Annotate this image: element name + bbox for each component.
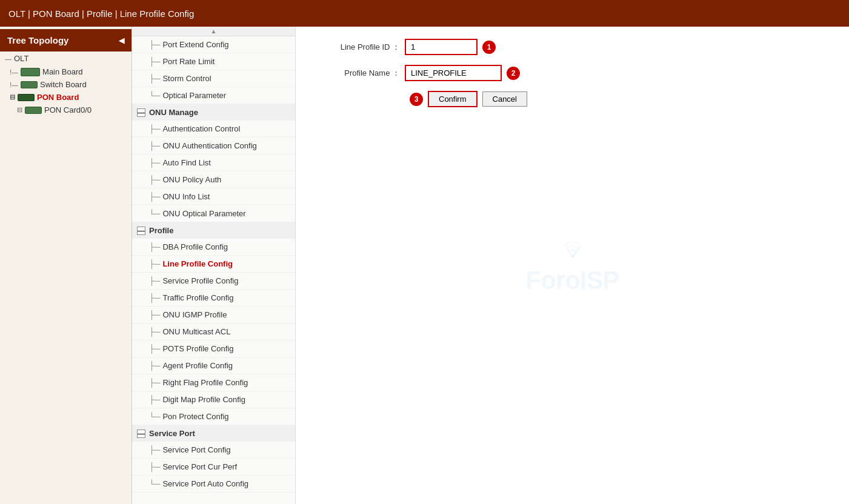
profile-collapse-icon: — — [137, 227, 145, 235]
sidebar-item-pon-board[interactable]: ⊟ PON Board — [0, 91, 132, 104]
nav-label-service-port-cur-perf: Service Port Cur Perf — [162, 462, 237, 471]
nav-item-onu-optical-parameter[interactable]: └─ ONU Optical Parameter — [132, 205, 295, 222]
pon-card-label: PON Card0/0 — [44, 105, 92, 114]
header: OLT | PON Board | Profile | Line Profile… — [0, 0, 849, 27]
sidebar-collapse-icon[interactable]: ◀ — [119, 36, 124, 45]
nav-label-traffic-profile-config: Traffic Profile Config — [162, 293, 233, 302]
nav-label-onu-info-list: ONU Info List — [162, 192, 210, 201]
sidebar-item-main-board[interactable]: !— Main Board — [0, 65, 132, 78]
nav-item-traffic-profile-config[interactable]: ├─ Traffic Profile Config — [132, 290, 295, 307]
main-board-icon — [21, 68, 40, 76]
nav-item-storm-control[interactable]: ├─ Storm Control — [132, 70, 295, 87]
nav-item-agent-profile-config[interactable]: ├─ Agent Profile Config — [132, 357, 295, 374]
nav-item-onu-auth-config[interactable]: ├─ ONU Authentication Config — [132, 138, 295, 154]
scroll-up-icon: ▲ — [211, 28, 217, 35]
nav-item-dba-profile-config[interactable]: ├─ DBA Profile Config — [132, 239, 295, 256]
switch-board-icon — [21, 81, 38, 88]
service-port-collapse-icon: — — [137, 429, 145, 438]
connector-icon: !— — [10, 68, 18, 76]
nav-section-onu-manage[interactable]: — ONU Manage — [132, 104, 295, 121]
pon-card-expand-icon: ⊟ — [17, 106, 22, 114]
line-profile-id-input[interactable] — [405, 39, 478, 55]
line-profile-id-row: Line Profile ID ： 1 — [308, 39, 837, 55]
nav-item-authentication-control[interactable]: ├─ Authentication Control — [132, 121, 295, 138]
nav-item-port-extend-config[interactable]: ├─ Port Extend Config — [132, 36, 295, 53]
line-profile-id-input-wrapper: 1 — [405, 39, 496, 55]
sidebar-item-pon-card[interactable]: ⊟ PON Card0/0 — [0, 104, 132, 116]
nav-label-optical-parameter: Optical Parameter — [162, 91, 226, 100]
nav-label-pon-protect-config: Pon Protect Config — [162, 412, 228, 421]
nav-label-onu-optical-parameter: ONU Optical Parameter — [162, 209, 245, 218]
nav-label-right-flag-profile-config: Right Flag Profile Config — [162, 378, 248, 387]
nav-item-pots-profile-config[interactable]: ├─ POTS Profile Config — [132, 340, 295, 357]
sidebar-item-olt[interactable]: — OLT — [0, 51, 132, 65]
sidebar: Tree Topology ◀ — OLT !— Main Board !— S… — [0, 27, 132, 504]
nav-item-service-profile-config[interactable]: ├─ Service Profile Config — [132, 273, 295, 290]
profile-name-input-wrapper: 2 — [405, 65, 520, 81]
olt-dash-icon: — — [5, 55, 12, 62]
connector-icon-2: !— — [10, 81, 18, 88]
nav-item-optical-parameter[interactable]: └─ Optical Parameter — [132, 87, 295, 104]
sidebar-title: Tree Topology ◀ — [0, 29, 132, 51]
nav-item-line-profile-config[interactable]: ├─ Line Profile Config — [132, 256, 295, 273]
watermark-wifi-icon — [525, 236, 619, 266]
nav-panel: ▲ ├─ Port Extend Config ├─ Port Rate Lim… — [132, 27, 296, 504]
nav-label-onu-multicast-acl: ONU Multicast ACL — [162, 327, 230, 336]
step-badge-3: 3 — [410, 93, 423, 106]
nav-label-storm-control: Storm Control — [162, 74, 211, 83]
confirm-button[interactable]: Confirm — [428, 91, 478, 107]
nav-label-authentication-control: Authentication Control — [162, 124, 240, 133]
nav-label-onu-igmp-profile: ONU IGMP Profile — [162, 310, 227, 319]
form-container: Line Profile ID ： 1 Profile Name ： 2 3 C… — [308, 39, 837, 107]
buttons-row: 3 Confirm Cancel — [410, 91, 837, 107]
nav-section-profile[interactable]: — Profile — [132, 222, 295, 239]
pon-card-icon — [25, 107, 42, 114]
sidebar-item-switch-board[interactable]: !— Switch Board — [0, 78, 132, 91]
line-profile-id-label: Line Profile ID ： — [308, 42, 405, 53]
nav-section-onu-manage-label: ONU Manage — [149, 108, 198, 117]
nav-item-service-port-cur-perf[interactable]: ├─ Service Port Cur Perf — [132, 459, 295, 476]
nav-label-line-profile-config: Line Profile Config — [162, 259, 233, 268]
nav-label-service-profile-config: Service Profile Config — [162, 276, 238, 285]
main-board-label: Main Board — [42, 67, 82, 76]
nav-item-right-flag-profile-config[interactable]: ├─ Right Flag Profile Config — [132, 374, 295, 391]
nav-item-service-port-config[interactable]: ├─ Service Port Config — [132, 442, 295, 459]
nav-section-service-port[interactable]: — Service Port — [132, 425, 295, 442]
nav-item-onu-policy-auth[interactable]: ├─ ONU Policy Auth — [132, 171, 295, 188]
pon-board-icon — [18, 94, 35, 101]
main-container: Tree Topology ◀ — OLT !— Main Board !— S… — [0, 27, 849, 504]
nav-item-service-port-auto-config[interactable]: └─ Service Port Auto Config — [132, 476, 295, 492]
nav-item-pon-protect-config[interactable]: └─ Pon Protect Config — [132, 408, 295, 425]
onu-manage-collapse-icon: — — [137, 108, 145, 117]
nav-label-service-port-auto-config: Service Port Auto Config — [162, 479, 248, 488]
pon-board-label: PON Board — [37, 93, 79, 102]
nav-item-port-rate-limit[interactable]: ├─ Port Rate Limit — [132, 53, 295, 70]
watermark: ForoISP — [525, 236, 619, 295]
nav-item-onu-igmp-profile[interactable]: ├─ ONU IGMP Profile — [132, 307, 295, 323]
cancel-button[interactable]: Cancel — [482, 91, 527, 107]
watermark-brand-text: ForoISP — [525, 266, 619, 295]
step-badge-1: 1 — [482, 41, 496, 54]
nav-section-profile-label: Profile — [149, 226, 173, 235]
nav-label-pots-profile-config: POTS Profile Config — [162, 344, 233, 353]
scroll-indicator[interactable]: ▲ — [132, 27, 295, 36]
nav-label-onu-auth-config: ONU Authentication Config — [162, 141, 256, 150]
step-badge-2: 2 — [507, 67, 520, 80]
profile-name-label: Profile Name ： — [308, 68, 405, 79]
nav-item-onu-info-list[interactable]: ├─ ONU Info List — [132, 188, 295, 205]
nav-item-onu-multicast-acl[interactable]: ├─ ONU Multicast ACL — [132, 323, 295, 340]
profile-name-row: Profile Name ： 2 — [308, 65, 837, 81]
olt-label: OLT — [14, 54, 28, 63]
nav-label-dba-profile-config: DBA Profile Config — [162, 242, 228, 251]
nav-section-service-port-label: Service Port — [149, 429, 195, 438]
nav-label-onu-policy-auth: ONU Policy Auth — [162, 175, 221, 184]
nav-label-agent-profile-config: Agent Profile Config — [162, 361, 233, 370]
breadcrumb: OLT | PON Board | Profile | Line Profile… — [8, 8, 194, 19]
nav-item-digit-map-profile-config[interactable]: ├─ Digit Map Profile Config — [132, 391, 295, 408]
content-area: ForoISP Line Profile ID ： 1 Profile Name… — [296, 27, 849, 504]
sidebar-title-text: Tree Topology — [7, 35, 68, 45]
nav-label-auto-find-list: Auto Find List — [162, 158, 211, 167]
nav-label-digit-map-profile-config: Digit Map Profile Config — [162, 395, 245, 404]
profile-name-input[interactable] — [405, 65, 502, 81]
nav-item-auto-find-list[interactable]: ├─ Auto Find List — [132, 154, 295, 171]
